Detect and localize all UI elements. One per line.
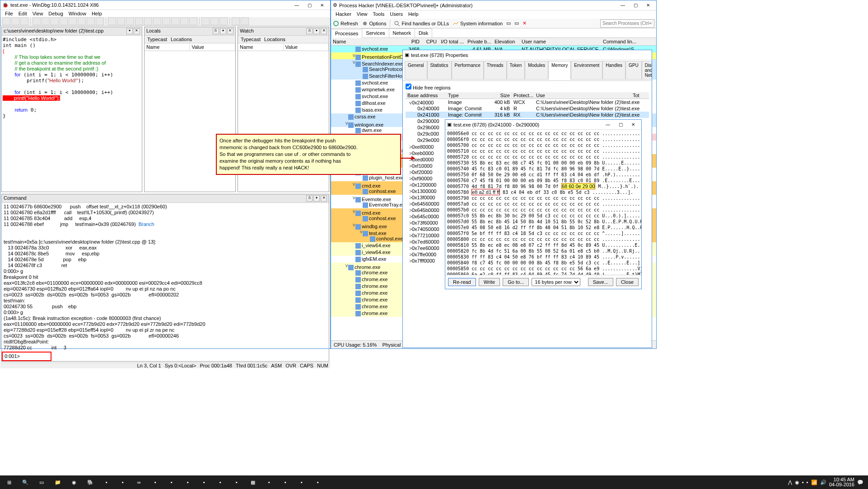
- memory-row[interactable]: 0x241000Image: Commit316 kBRXC:\Users\vi…: [406, 112, 649, 118]
- toolbar-button[interactable]: [11, 17, 19, 25]
- toolbar-button[interactable]: [42, 17, 50, 25]
- notification-icon[interactable]: 💬: [857, 480, 863, 485]
- col-name[interactable]: Name: [145, 43, 190, 51]
- toolbar-button[interactable]: [180, 17, 188, 25]
- file-explorer-icon[interactable]: 📁: [51, 476, 65, 488]
- menu-window[interactable]: Window: [66, 10, 89, 17]
- app-icon[interactable]: ▪: [278, 476, 293, 488]
- col-io[interactable]: I/O total ...: [439, 38, 466, 45]
- menu-view[interactable]: View: [354, 10, 370, 19]
- toolbar-button[interactable]: [162, 17, 170, 25]
- memory-row[interactable]: v0x240000Image400 kBWCXC:\Users\vinee\De…: [406, 99, 649, 105]
- clock-date[interactable]: 04-09-2016: [829, 482, 854, 487]
- menu-tools[interactable]: Tools: [370, 10, 387, 19]
- locations-label[interactable]: Locations: [262, 37, 287, 42]
- tray-icon[interactable]: ⋀: [788, 480, 792, 485]
- col-value[interactable]: Value: [190, 43, 235, 51]
- toolbar-button[interactable]: [153, 17, 161, 25]
- menu-debug[interactable]: Debug: [46, 10, 65, 17]
- ph-titlebar[interactable]: ⚙ Process Hacker [VINEEL-DESKTOP\vineel]…: [331, 0, 656, 10]
- tool-icon[interactable]: ▭: [514, 20, 519, 26]
- tab-disk-network[interactable]: Disk and Network: [642, 61, 652, 80]
- col-use[interactable]: Use: [534, 92, 631, 99]
- maximize-button[interactable]: ▢: [303, 0, 316, 9]
- evernote-icon[interactable]: 🐘: [83, 476, 98, 488]
- pane-dropdown-icon[interactable]: ▾: [126, 28, 133, 34]
- bytes-per-row-select[interactable]: 16 bytes per row: [532, 278, 580, 286]
- terminal-icon[interactable]: ▪: [116, 476, 130, 488]
- toolbar-button[interactable]: [78, 17, 86, 25]
- vs-icon[interactable]: ∞: [132, 476, 146, 488]
- pane-dropdown-icon[interactable]: ▾: [313, 28, 320, 34]
- toolbar-button[interactable]: [33, 17, 41, 25]
- tab-disk[interactable]: Disk: [415, 28, 432, 38]
- tab-processes[interactable]: Processes: [331, 29, 362, 38]
- toolbar-button[interactable]: [117, 17, 125, 25]
- search-input[interactable]: [600, 19, 654, 28]
- col-private[interactable]: Private b...: [466, 38, 493, 45]
- toolbar-button[interactable]: [69, 17, 77, 25]
- app-icon[interactable]: ▪: [148, 476, 163, 488]
- typecast-label[interactable]: Typecast: [145, 37, 169, 42]
- close-button[interactable]: ✕: [642, 1, 654, 10]
- col-protect[interactable]: Protect...: [512, 92, 534, 99]
- app-icon[interactable]: ▪: [311, 476, 325, 488]
- menu-file[interactable]: File: [2, 10, 16, 17]
- pane-close-icon[interactable]: ✕: [134, 28, 140, 34]
- col-name[interactable]: Name: [238, 43, 284, 51]
- toolbar-button[interactable]: [20, 17, 28, 25]
- chrome-icon[interactable]: ◉: [67, 476, 81, 488]
- toolbar-button[interactable]: [189, 17, 197, 25]
- tool-icon[interactable]: ▭: [506, 20, 511, 26]
- tray-icon[interactable]: ▪: [807, 480, 808, 485]
- tab-threads[interactable]: Threads: [484, 61, 507, 80]
- col-elev[interactable]: Elevation: [493, 38, 520, 45]
- typecast-label[interactable]: Typecast: [239, 37, 262, 42]
- toolbar-button[interactable]: [96, 17, 104, 25]
- windbg-titlebar[interactable]: 🐞 test.exe - WinDbg:10.0.14321.1024 X86 …: [0, 0, 330, 10]
- close-button[interactable]: ✕: [627, 120, 639, 129]
- minimize-button[interactable]: —: [290, 0, 303, 9]
- toolbar-button[interactable]: [126, 17, 134, 25]
- app-icon[interactable]: ▪: [294, 476, 309, 488]
- menu-edit[interactable]: Edit: [16, 10, 30, 17]
- app-icon[interactable]: ▪: [262, 476, 276, 488]
- tab-environment[interactable]: Environment: [571, 61, 602, 80]
- col-base[interactable]: Base address: [406, 92, 446, 99]
- command-output[interactable]: 11 0024677b 68600e2900 push offset test!…: [2, 203, 329, 352]
- reread-button[interactable]: Re-read: [448, 278, 476, 286]
- toolbar-button[interactable]: [108, 17, 116, 25]
- maximize-button[interactable]: ▢: [614, 120, 627, 129]
- col-cpu[interactable]: CPU: [421, 38, 439, 45]
- tab-performance[interactable]: Performance: [452, 61, 484, 80]
- hex-titlebar[interactable]: ▣ test.exe (6728) (0x241000 - 0x290000) …: [445, 120, 641, 130]
- save-button[interactable]: Save...: [588, 278, 613, 286]
- menu-hacker[interactable]: Hacker: [333, 10, 354, 19]
- app-icon[interactable]: ▪: [213, 476, 228, 488]
- pane-close-icon[interactable]: ✕: [227, 28, 233, 34]
- col-pid[interactable]: PID: [403, 38, 421, 45]
- minimize-button[interactable]: —: [602, 120, 614, 129]
- minimize-button[interactable]: —: [616, 1, 629, 10]
- search-icon[interactable]: 🔍: [18, 476, 33, 488]
- calc-icon[interactable]: ▦: [246, 476, 260, 488]
- app-icon[interactable]: ▪: [197, 476, 211, 488]
- find-handles-button[interactable]: Find handles or DLLs: [394, 20, 449, 27]
- toolbar-button[interactable]: [144, 17, 152, 25]
- toolbar-button[interactable]: [232, 17, 240, 25]
- command-input[interactable]: 0:001>: [2, 352, 51, 361]
- menu-users[interactable]: Users: [387, 10, 406, 19]
- hex-content[interactable]: 000056e0 cc cc cc cc cc cc cc cc cc cc c…: [445, 130, 641, 275]
- pane-pin-icon[interactable]: ⎙: [213, 28, 219, 34]
- toolbar-button[interactable]: [51, 17, 59, 25]
- prop-titlebar[interactable]: ▣ test.exe (6728) Properties: [403, 50, 652, 60]
- task-view-icon[interactable]: ▭: [34, 476, 49, 488]
- close-button[interactable]: ✕: [316, 0, 328, 9]
- menu-help[interactable]: Help: [406, 10, 421, 19]
- tab-token[interactable]: Token: [507, 61, 525, 80]
- goto-button[interactable]: Go to...: [503, 278, 529, 286]
- col-name[interactable]: Name: [331, 38, 403, 45]
- write-button[interactable]: Write: [479, 278, 500, 286]
- menu-help[interactable]: Help: [89, 10, 105, 17]
- pane-dropdown-icon[interactable]: ▾: [220, 28, 226, 34]
